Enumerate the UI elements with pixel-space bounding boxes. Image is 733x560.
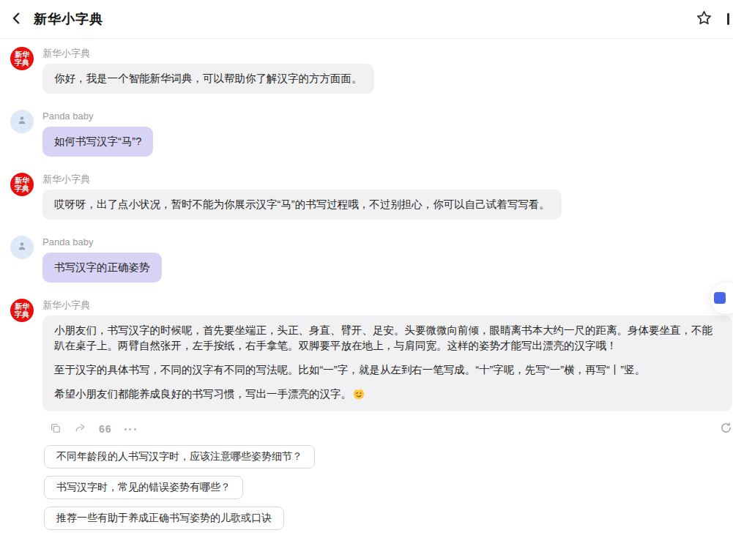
message-bot-greeting: 新华 字典 新华小字典 你好，我是一个智能新华词典，可以帮助你了解汉字的方方面面…	[10, 47, 733, 94]
suggestion-chip-2[interactable]: 书写汉字时，常见的错误姿势有哪些？	[44, 476, 243, 499]
floating-button-icon	[714, 292, 726, 304]
star-icon	[696, 10, 712, 29]
bot-avatar: 新华 字典	[10, 47, 34, 70]
user-message-bubble: 书写汉字的正确姿势	[42, 253, 162, 283]
bot-avatar-text: 新华	[15, 51, 29, 59]
bot-avatar: 新华 字典	[10, 173, 34, 196]
refresh-icon	[720, 422, 732, 436]
answer-paragraph: 小朋友们，书写汉字的时候呢，首先要坐端正，头正、身直、臂开、足安。头要微微向前倾…	[54, 323, 721, 354]
header-actions	[693, 0, 733, 38]
header: 新华小字典	[0, 0, 733, 39]
sender-name: Panda baby	[42, 237, 162, 247]
answer-paragraph: 希望小朋友们都能养成良好的书写习惯，写出一手漂亮的汉字。	[54, 387, 721, 404]
suggested-questions: 不同年龄段的人书写汉字时，应该注意哪些姿势细节？ 书写汉字时，常见的错误姿势有哪…	[44, 445, 732, 530]
user-avatar	[10, 236, 34, 259]
copy-button[interactable]	[50, 422, 62, 436]
suggestion-chip-3[interactable]: 推荐一些有助于养成正确书写姿势的儿歌或口诀	[44, 507, 284, 530]
bot-message-bubble: 你好，我是一个智能新华词典，可以帮助你了解汉字的方方面面。	[42, 64, 374, 94]
bot-avatar-text: 字典	[15, 59, 29, 67]
message-bot-answer: 新华 字典 新华小字典 小朋友们，书写汉字的时候呢，首先要坐端正，头正、身直、臂…	[10, 299, 733, 530]
share-icon	[74, 422, 86, 436]
share-button[interactable]	[74, 422, 86, 436]
bot-avatar-text: 字典	[15, 310, 29, 318]
message-user-question-1: Panda baby 如何书写汉字“马”?	[10, 110, 733, 157]
bot-avatar-text: 字典	[15, 184, 29, 193]
chat-area: 新华 字典 新华小字典 你好，我是一个智能新华词典，可以帮助你了解汉字的方方面面…	[0, 39, 733, 530]
bot-avatar-text: 新华	[15, 176, 29, 184]
answer-paragraph: 至于汉字的具体书写，不同的汉字有不同的写法呢。比如“一”字，就是从左到右一笔写成…	[54, 362, 721, 378]
sender-name: 新华小字典	[42, 300, 732, 310]
copy-icon	[50, 422, 62, 436]
back-button[interactable]	[6, 7, 28, 31]
message-bot-apology: 新华 字典 新华小字典 哎呀呀，出了点小状况，暂时不能为你展示汉字“马”的书写过…	[10, 173, 733, 220]
more-icon	[124, 428, 136, 430]
favorite-star-button[interactable]	[693, 7, 715, 31]
back-chevron-icon	[9, 10, 25, 29]
message-user-question-2: Panda baby 书写汉字的正确姿势	[10, 236, 733, 283]
bot-avatar: 新华 字典	[10, 299, 34, 322]
quote-icon: 66	[99, 423, 112, 435]
bot-message-bubble: 小朋友们，书写汉字的时候呢，首先要坐端正，头正、身直、臂开、足安。头要微微向前倾…	[42, 316, 732, 411]
sender-name: Panda baby	[42, 111, 153, 121]
person-icon	[16, 114, 28, 129]
sender-name: 新华小字典	[42, 48, 374, 58]
quote-button[interactable]: 66	[99, 423, 112, 435]
user-message-bubble: 如何书写汉字“马”?	[42, 127, 153, 157]
suggestion-chip-1[interactable]: 不同年龄段的人书写汉字时，应该注意哪些姿势细节？	[44, 445, 315, 468]
menu-icon[interactable]	[727, 13, 733, 25]
answer-text: 希望小朋友们都能养成良好的书写习惯，写出一手漂亮的汉字。	[54, 388, 351, 400]
user-avatar	[10, 110, 34, 133]
bot-avatar-text: 新华	[15, 302, 29, 310]
regenerate-button[interactable]	[720, 422, 732, 436]
message-action-bar: 66	[42, 422, 732, 436]
sweat-smile-emoji-icon	[353, 388, 365, 404]
bot-message-bubble: 哎呀呀，出了点小状况，暂时不能为你展示汉字“马”的书写过程哦，不过别担心，你可以…	[42, 190, 562, 220]
person-icon	[16, 240, 28, 255]
sender-name: 新华小字典	[42, 174, 562, 184]
more-button[interactable]	[124, 428, 136, 430]
page-title: 新华小字典	[34, 10, 103, 28]
